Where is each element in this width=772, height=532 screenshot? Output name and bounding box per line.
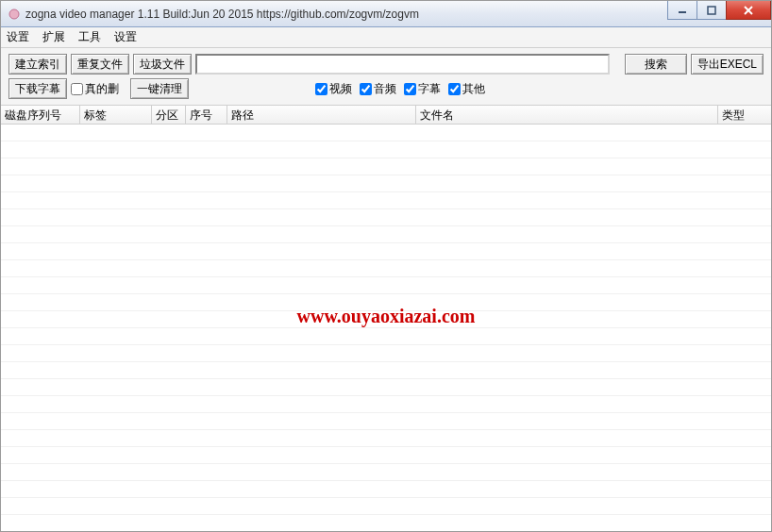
window-title: zogna video manager 1.11 Build:Jun 20 20… bbox=[25, 8, 769, 21]
table-row[interactable] bbox=[1, 277, 771, 294]
menu-bar: 设置 扩展 工具 设置 bbox=[1, 27, 771, 48]
table-row[interactable] bbox=[1, 175, 771, 192]
menu-extensions[interactable]: 扩展 bbox=[42, 29, 65, 45]
col-path[interactable]: 路径 bbox=[227, 106, 416, 124]
table-row[interactable] bbox=[1, 430, 771, 447]
table-row[interactable] bbox=[1, 328, 771, 345]
table-row[interactable] bbox=[1, 141, 771, 158]
filter-audio[interactable]: 音频 bbox=[360, 81, 396, 97]
really-delete-checkbox[interactable]: 真的删 bbox=[71, 81, 119, 97]
table-row[interactable] bbox=[1, 243, 771, 260]
menu-settings[interactable]: 设置 bbox=[7, 29, 29, 45]
col-seq[interactable]: 序号 bbox=[186, 106, 227, 124]
table-row[interactable] bbox=[1, 481, 771, 498]
table-row[interactable] bbox=[1, 345, 771, 362]
search-button[interactable]: 搜索 bbox=[625, 54, 687, 75]
col-tags[interactable]: 标签 bbox=[80, 106, 152, 124]
table-row[interactable] bbox=[1, 209, 771, 226]
col-type[interactable]: 类型 bbox=[718, 106, 760, 124]
filter-other[interactable]: 其他 bbox=[448, 81, 485, 97]
title-bar: zogna video manager 1.11 Build:Jun 20 20… bbox=[1, 1, 771, 27]
table-row[interactable] bbox=[1, 515, 771, 532]
app-icon bbox=[7, 7, 22, 22]
build-index-button[interactable]: 建立索引 bbox=[8, 54, 67, 75]
grid-header: 磁盘序列号 标签 分区 序号 路径 文件名 类型 bbox=[1, 106, 771, 125]
really-delete-label: 真的删 bbox=[85, 81, 119, 97]
table-row[interactable] bbox=[1, 379, 771, 396]
col-disk-serial[interactable]: 磁盘序列号 bbox=[1, 106, 80, 124]
col-partition[interactable]: 分区 bbox=[152, 106, 186, 124]
table-row[interactable] bbox=[1, 413, 771, 430]
table-row[interactable] bbox=[1, 447, 771, 464]
col-filename[interactable]: 文件名 bbox=[416, 106, 718, 124]
table-row[interactable] bbox=[1, 396, 771, 413]
menu-tools[interactable]: 工具 bbox=[78, 29, 101, 45]
toolbar-row-2: 下载字幕 真的删 一键清理 视频 音频 字幕 其他 bbox=[1, 76, 771, 106]
filter-group: 视频 音频 字幕 其他 bbox=[315, 81, 493, 97]
one-key-clean-button[interactable]: 一键清理 bbox=[130, 78, 189, 99]
grid-rows bbox=[1, 125, 771, 532]
table-row[interactable] bbox=[1, 294, 771, 311]
maximize-button[interactable] bbox=[696, 1, 727, 20]
table-row[interactable] bbox=[1, 192, 771, 209]
toolbar-row-1: 建立索引 重复文件 垃圾文件 搜索 导出EXECL bbox=[1, 48, 771, 76]
duplicate-files-button[interactable]: 重复文件 bbox=[71, 54, 129, 75]
table-row[interactable] bbox=[1, 311, 771, 328]
window-controls bbox=[668, 1, 771, 20]
search-input[interactable] bbox=[195, 54, 610, 75]
table-row[interactable] bbox=[1, 464, 771, 481]
filter-video[interactable]: 视频 bbox=[315, 81, 352, 97]
close-button[interactable] bbox=[726, 1, 771, 20]
svg-point-0 bbox=[9, 9, 19, 19]
data-grid[interactable]: 磁盘序列号 标签 分区 序号 路径 文件名 类型 www.ouyaoxiazai… bbox=[1, 106, 771, 532]
table-row[interactable] bbox=[1, 362, 771, 379]
minimize-button[interactable] bbox=[667, 1, 697, 20]
junk-files-button[interactable]: 垃圾文件 bbox=[133, 54, 192, 75]
svg-rect-2 bbox=[708, 7, 715, 14]
table-row[interactable] bbox=[1, 125, 771, 141]
table-row[interactable] bbox=[1, 260, 771, 277]
table-row[interactable] bbox=[1, 158, 771, 175]
filter-subtitle[interactable]: 字幕 bbox=[404, 81, 441, 97]
export-excel-button[interactable]: 导出EXECL bbox=[691, 54, 764, 75]
table-row[interactable] bbox=[1, 498, 771, 515]
table-row[interactable] bbox=[1, 226, 771, 243]
menu-settings-2[interactable]: 设置 bbox=[114, 29, 137, 45]
really-delete-input[interactable] bbox=[71, 83, 83, 95]
download-subtitle-button[interactable]: 下载字幕 bbox=[8, 78, 67, 99]
